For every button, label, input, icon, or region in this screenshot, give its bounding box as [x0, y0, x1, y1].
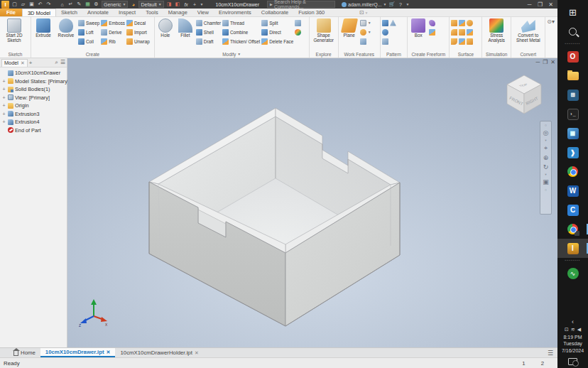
iproperties-icon[interactable]: ⚙	[93, 1, 99, 8]
pan-button[interactable]: ⌖	[544, 144, 548, 152]
tree-item-extrusion4[interactable]: + Extrusion4	[1, 118, 67, 126]
shell-button[interactable]: Shell	[196, 28, 221, 36]
home-icon[interactable]: ⌂	[59, 1, 65, 8]
expander-icon[interactable]: +	[1, 103, 6, 108]
thicken-offset-button[interactable]: Thicken/ Offset	[222, 37, 260, 45]
ribbon-appearance-button[interactable]: ⊡▼	[359, 9, 368, 16]
expander-icon[interactable]: +	[1, 79, 6, 84]
split-button[interactable]: Split	[261, 18, 293, 27]
point-button[interactable]: ▼	[360, 28, 371, 36]
sketch-mode-icon[interactable]: ✎	[76, 1, 82, 8]
surface-button-8[interactable]	[467, 28, 473, 36]
parameters-fx-icon[interactable]: fx	[183, 1, 190, 8]
doc-tab-home[interactable]: Home	[9, 348, 40, 357]
taskbar-terminal[interactable]: ›_	[557, 104, 588, 124]
emboss-button[interactable]: Emboss	[101, 18, 125, 27]
taskbar-vscode[interactable]: ❱	[557, 143, 588, 162]
rib-button[interactable]: Rib	[101, 37, 125, 45]
tab-inspect[interactable]: Inspect	[114, 9, 141, 16]
taskbar-photos[interactable]: ▦	[557, 124, 588, 143]
save-icon[interactable]: ▣	[28, 1, 35, 8]
doc-tab-drawer-holder[interactable]: 10cmX10cmDrawerHolder.ipt ✕	[115, 348, 203, 357]
clear-appearance-icon[interactable]: ◧	[175, 1, 181, 8]
account-menu[interactable]: adam.millerQ... ▼	[342, 2, 386, 7]
surface-button-1[interactable]	[451, 18, 457, 27]
redo-icon[interactable]: ↷	[45, 1, 52, 8]
derive-button[interactable]: Derive	[101, 28, 125, 36]
freeform-cylinder-button[interactable]	[429, 28, 435, 36]
surface-button-6[interactable]	[459, 37, 465, 45]
search-box[interactable]: ▶ Search Help & Commands...	[267, 1, 335, 8]
chamfer-button[interactable]: Chamfer	[196, 18, 221, 27]
undo-icon[interactable]: ↶	[37, 1, 43, 8]
coil-button[interactable]: Coil	[78, 37, 99, 45]
browser-menu-icon[interactable]: ☰	[60, 59, 65, 66]
tree-item-extrusion3[interactable]: + Extrusion3	[1, 110, 67, 119]
look-at-button[interactable]: ▣	[543, 178, 549, 185]
group-label-modify[interactable]: Modify▼	[155, 50, 309, 58]
drawer-3d-model[interactable]	[67, 58, 557, 347]
expander-icon[interactable]: +	[1, 112, 6, 117]
convert-sheet-metal-button[interactable]: Convert to Sheet Metal	[513, 18, 543, 43]
draft-button[interactable]: Draft	[196, 37, 221, 45]
tab-fusion-360[interactable]: Fusion 360	[293, 9, 330, 16]
tab-tools[interactable]: Tools	[141, 9, 163, 16]
help-more-icon[interactable]: ▼	[405, 2, 409, 6]
taskbar-green-app[interactable]: ∿	[557, 264, 588, 283]
open-icon[interactable]: ▱	[20, 1, 26, 8]
navbar-customize-icon[interactable]: ○	[545, 188, 547, 192]
doc-restore-button[interactable]: ❐	[543, 59, 548, 65]
navigation-wheel-button[interactable]: ◎	[543, 129, 549, 136]
surface-button-9[interactable]	[467, 37, 473, 45]
material-library-icon[interactable]: ▦	[85, 1, 91, 8]
revolve-button[interactable]: Revolve	[55, 18, 77, 38]
display-tray-icon[interactable]: ⊡	[565, 327, 569, 332]
appearance-dropdown[interactable]: Default ▼	[138, 1, 163, 8]
tray-expand-chevron-icon[interactable]: ‹	[572, 318, 574, 325]
store-cart-icon[interactable]: 🛒	[388, 1, 395, 8]
view-cube[interactable]: TOP FRONT RIGHT	[503, 72, 545, 117]
color-wheel-icon[interactable]: ◕	[130, 1, 136, 8]
viewport[interactable]: ─ ❐ ✕	[67, 58, 557, 347]
add-quick-access-icon[interactable]: +	[192, 1, 198, 8]
tab-environments[interactable]: Environments	[214, 9, 256, 16]
tree-item-end-of-part[interactable]: End of Part	[1, 126, 67, 135]
taskbar-clock[interactable]: 8:19 PM Tuesday 7/16/2024	[562, 334, 584, 354]
fillet-button[interactable]: Fillet	[176, 18, 195, 38]
close-icon[interactable]: ✕	[21, 60, 25, 66]
tab-annotate[interactable]: Annotate	[82, 9, 114, 16]
taskbar-file-explorer[interactable]	[557, 66, 588, 85]
surface-button-7[interactable]	[467, 18, 473, 27]
surface-button-3[interactable]	[451, 37, 457, 45]
surface-button-5[interactable]	[459, 28, 465, 36]
browser-search-icon[interactable]: ⌕	[55, 59, 58, 66]
taskbar-chrome-profile[interactable]	[557, 220, 588, 239]
extrude-button[interactable]: Extrude	[33, 18, 54, 38]
surface-button-2[interactable]	[451, 28, 457, 36]
combine-button[interactable]: Combine	[222, 28, 260, 36]
expander-icon[interactable]: +	[1, 87, 6, 92]
start-2d-sketch-button[interactable]: Start 2D Sketch	[1, 18, 27, 43]
circular-pattern-button[interactable]	[382, 28, 388, 36]
direct-button[interactable]: Direct	[261, 28, 293, 36]
taskbar-opera[interactable]: O	[557, 47, 588, 66]
adjust-icon[interactable]: ◨	[166, 1, 173, 8]
tab-manage[interactable]: Manage	[163, 9, 192, 16]
sweep-button[interactable]: Sweep	[78, 18, 99, 27]
plane-button[interactable]: Plane	[340, 18, 359, 38]
tab-3d-model[interactable]: 3D Model	[22, 9, 56, 16]
return-icon[interactable]: ↵	[67, 1, 74, 8]
start-button[interactable]: ⊞	[557, 3, 588, 22]
rectangular-pattern-button[interactable]	[382, 18, 388, 27]
notification-center-icon[interactable]	[568, 358, 577, 365]
axis-button[interactable]: ▼	[360, 18, 371, 27]
doc-close-button[interactable]: ✕	[550, 59, 555, 65]
taskbar-chrome[interactable]	[557, 162, 588, 181]
tree-item-origin[interactable]: + Origin	[1, 102, 67, 110]
browser-tab-model[interactable]: Model ✕	[1, 59, 28, 67]
orbit-button[interactable]: ↻	[543, 163, 549, 171]
tree-item-model-states[interactable]: + Model States: [Primary]	[1, 77, 67, 86]
thread-button[interactable]: Thread	[222, 18, 260, 27]
navbar-handle-icon[interactable]: ○	[545, 123, 547, 127]
minimize-button[interactable]: ─	[524, 1, 535, 9]
